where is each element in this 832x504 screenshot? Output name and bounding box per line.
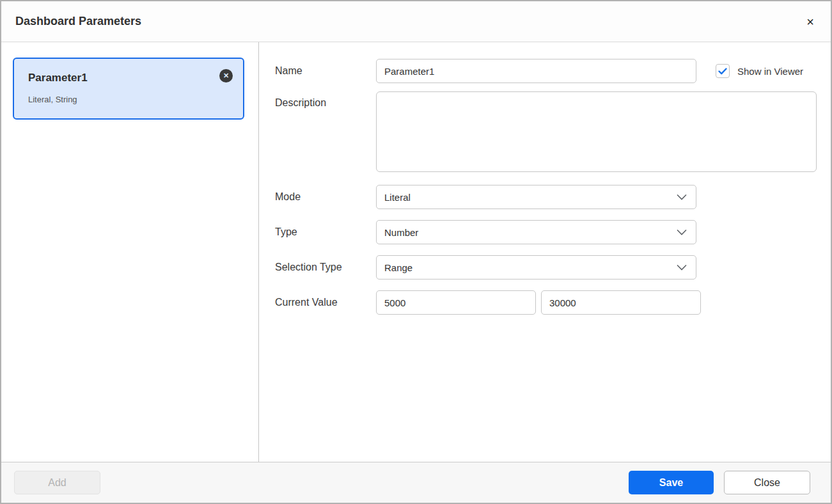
dialog-title: Dashboard Parameters [15,15,141,28]
description-input[interactable] [376,91,817,172]
chevron-down-icon [677,229,687,235]
add-button[interactable]: Add [14,471,100,494]
current-value-label: Current Value [275,290,376,315]
selection-type-dropdown[interactable]: Range [376,255,696,280]
name-input[interactable] [376,59,696,83]
description-label: Description [275,91,376,172]
close-button[interactable]: Close [724,471,810,494]
dialog-header: Dashboard Parameters × [1,1,831,42]
dialog-body: Parameter1 Literal, String ✕ Name Show i… [1,42,831,462]
check-icon [718,68,727,75]
selection-type-value: Range [384,262,412,273]
type-label: Type [275,220,376,244]
show-in-viewer-toggle[interactable]: Show in Viewer [716,59,803,83]
parameter-list-item[interactable]: Parameter1 Literal, String ✕ [13,58,244,120]
current-value-to-input[interactable] [541,290,701,315]
mode-row: Mode Literal [275,185,831,209]
save-button[interactable]: Save [629,471,714,494]
dashboard-parameters-dialog: Dashboard Parameters × Parameter1 Litera… [0,0,832,504]
close-icon[interactable]: × [804,13,817,31]
selection-type-row: Selection Type Range [275,255,831,280]
name-row: Name Show in Viewer [275,59,831,83]
dialog-footer: Add Save Close [1,462,831,503]
type-dropdown[interactable]: Number [376,220,696,244]
name-label: Name [275,59,376,83]
description-row: Description [275,91,831,172]
show-in-viewer-label: Show in Viewer [737,66,803,77]
parameter-subtitle: Literal, String [28,95,230,104]
remove-parameter-icon[interactable]: ✕ [219,69,233,83]
type-row: Type Number [275,220,831,244]
parameter-list-panel: Parameter1 Literal, String ✕ [1,42,259,462]
chevron-down-icon [677,194,687,200]
current-value-row: Current Value [275,290,831,315]
mode-value: Literal [384,192,411,203]
parameter-name: Parameter1 [28,72,230,84]
selection-type-label: Selection Type [275,255,376,280]
chevron-down-icon [677,264,687,271]
type-value: Number [384,227,418,238]
parameter-form: Name Show in Viewer Description Mode [259,42,831,462]
mode-label: Mode [275,185,376,209]
current-value-from-input[interactable] [376,290,536,315]
mode-dropdown[interactable]: Literal [376,185,696,209]
show-in-viewer-checkbox[interactable] [716,64,730,78]
current-value-range [376,290,701,315]
